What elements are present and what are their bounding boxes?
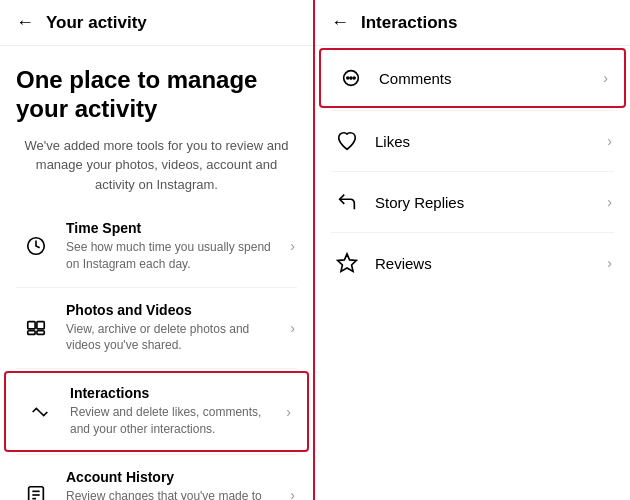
right-menu-item-likes[interactable]: Likes ›	[315, 111, 630, 171]
menu-item-interactions[interactable]: Interactions Review and delete likes, co…	[4, 371, 309, 452]
photos-videos-icon	[18, 310, 54, 346]
story-replies-label: Story Replies	[375, 194, 607, 211]
right-panel-title: Interactions	[361, 13, 457, 33]
account-history-chevron: ›	[290, 487, 295, 500]
time-spent-chevron: ›	[290, 238, 295, 254]
hero-section: One place to manage your activity We've …	[0, 46, 313, 206]
time-spent-desc: See how much time you usually spend on I…	[66, 239, 282, 273]
interactions-content: Interactions Review and delete likes, co…	[70, 385, 278, 438]
menu-item-account-history[interactable]: Account History Review changes that you'…	[0, 455, 313, 500]
interactions-chevron: ›	[286, 404, 291, 420]
reviews-chevron: ›	[607, 255, 612, 271]
interactions-icon	[22, 394, 58, 430]
right-menu-item-comments[interactable]: Comments ›	[319, 48, 626, 108]
account-history-desc: Review changes that you've made to your …	[66, 488, 282, 500]
svg-rect-1	[28, 322, 35, 329]
svg-rect-2	[37, 322, 44, 329]
comments-label: Comments	[379, 70, 603, 87]
svg-point-11	[350, 77, 352, 79]
time-spent-title: Time Spent	[66, 220, 282, 236]
comments-icon	[337, 64, 365, 92]
account-history-icon	[18, 477, 54, 500]
left-back-button[interactable]: ←	[16, 12, 34, 33]
hero-title: One place to manage your activity	[16, 66, 297, 124]
svg-rect-3	[28, 331, 35, 335]
reviews-label: Reviews	[375, 255, 607, 272]
right-menu-item-story-replies[interactable]: Story Replies ›	[315, 172, 630, 232]
right-back-button[interactable]: ←	[331, 12, 349, 33]
photos-videos-content: Photos and Videos View, archive or delet…	[66, 302, 282, 355]
story-replies-chevron: ›	[607, 194, 612, 210]
interactions-desc: Review and delete likes, comments, and y…	[70, 404, 278, 438]
account-history-content: Account History Review changes that you'…	[66, 469, 282, 500]
account-history-title: Account History	[66, 469, 282, 485]
reviews-icon	[333, 249, 361, 277]
likes-label: Likes	[375, 133, 607, 150]
svg-rect-4	[37, 331, 44, 335]
left-header: ← Your activity	[0, 0, 313, 46]
likes-icon	[333, 127, 361, 155]
photos-videos-title: Photos and Videos	[66, 302, 282, 318]
svg-point-12	[353, 77, 355, 79]
likes-chevron: ›	[607, 133, 612, 149]
time-spent-icon	[18, 228, 54, 264]
time-spent-content: Time Spent See how much time you usually…	[66, 220, 282, 273]
right-header: ← Interactions	[315, 0, 630, 46]
left-menu-list: Time Spent See how much time you usually…	[0, 206, 313, 500]
menu-item-photos-videos[interactable]: Photos and Videos View, archive or delet…	[0, 288, 313, 369]
interactions-title: Interactions	[70, 385, 278, 401]
right-panel: ← Interactions Comments ›	[315, 0, 630, 500]
right-menu-item-reviews[interactable]: Reviews ›	[315, 233, 630, 293]
photos-videos-chevron: ›	[290, 320, 295, 336]
left-panel-title: Your activity	[46, 13, 147, 33]
svg-point-10	[347, 77, 349, 79]
left-panel: ← Your activity One place to manage your…	[0, 0, 315, 500]
menu-item-time-spent[interactable]: Time Spent See how much time you usually…	[0, 206, 313, 287]
comments-chevron: ›	[603, 70, 608, 86]
hero-subtitle: We've added more tools for you to review…	[16, 136, 297, 195]
photos-videos-desc: View, archive or delete photos and video…	[66, 321, 282, 355]
right-menu-list: Comments › Likes › Story Replies	[315, 46, 630, 500]
story-replies-icon	[333, 188, 361, 216]
